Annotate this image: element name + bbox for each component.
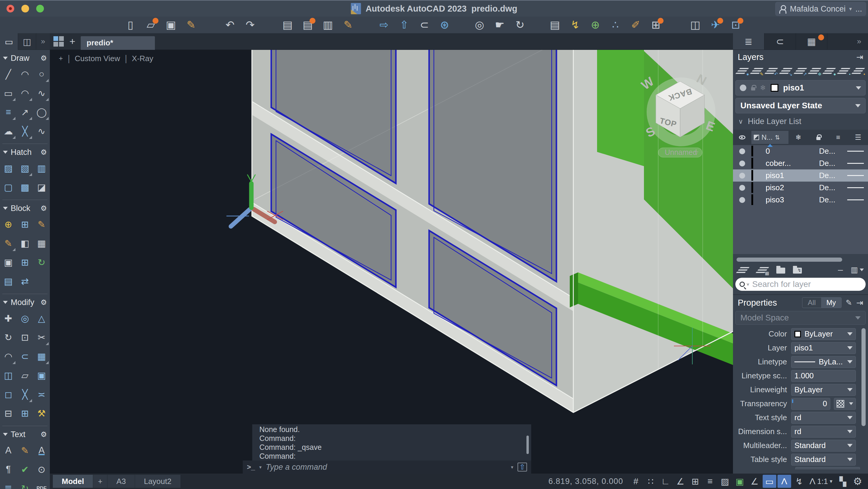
section-header-draw[interactable]: Draw ⚙ [0, 52, 50, 64]
tool-explode[interactable]: ◫ [0, 366, 17, 385]
freeze-column-header[interactable]: ❄ [788, 133, 808, 142]
prompt-caret-icon[interactable]: ▾ [259, 464, 261, 470]
layer-unisolate-button[interactable]: ↗ [795, 66, 807, 75]
linetype-scale-input[interactable]: 1.000 [791, 370, 856, 382]
dimension-style-dropdown[interactable]: rd [791, 426, 856, 438]
history-scrollbar[interactable] [526, 436, 529, 454]
ortho-mode-toggle[interactable]: ∟ [659, 475, 673, 488]
tool-offset[interactable]: ⊂ [17, 347, 33, 366]
workspace-switching-button[interactable]: ▚ [836, 475, 849, 488]
property-filter-icon[interactable]: ↯ [793, 268, 802, 274]
object-snap-toggle[interactable]: ⊞ [688, 475, 702, 488]
save-as-button[interactable]: ✎ [183, 18, 199, 32]
view-sequence-button[interactable]: ∴ [607, 18, 624, 32]
a3-layout-tab[interactable]: A3 [107, 475, 135, 488]
properties-tab-my[interactable]: My [821, 298, 841, 308]
tool-new-block[interactable]: ⊞ [17, 253, 33, 272]
customization-button[interactable]: ⚙ [851, 475, 864, 488]
tool-edit-block[interactable]: ✎ [33, 215, 50, 234]
gear-icon[interactable]: ⚙ [40, 54, 47, 62]
page-setup-button[interactable]: ▥ [319, 18, 336, 32]
tool-extend[interactable]: ╳ [17, 385, 33, 404]
quick-select-button[interactable]: ↯ [567, 18, 583, 32]
tool-define-attribute[interactable]: ◧ [17, 234, 33, 253]
tool-text-style[interactable]: ¶ [0, 460, 17, 479]
visual-style-control[interactable]: X-Ray [132, 54, 153, 63]
multileader-style-dropdown[interactable]: Standard [791, 440, 856, 452]
tool-write-block[interactable]: ▣ [0, 253, 17, 272]
redo-button[interactable]: ↷ [242, 18, 258, 32]
transparency-toggle[interactable]: ▨ [718, 475, 732, 488]
name-column-header[interactable]: N... ⇅ [751, 131, 788, 144]
undo-button[interactable]: ↶ [222, 18, 238, 32]
tool-single-text[interactable]: A [0, 441, 17, 460]
tool-hatch-solid[interactable]: ▩ [17, 178, 33, 197]
export-button[interactable]: ⇧ [396, 18, 412, 32]
tool-select[interactable]: ⊡ [17, 328, 33, 347]
recent-commands-caret-icon[interactable]: ▾ [511, 464, 514, 470]
palette-overflow-button[interactable]: » [36, 33, 50, 50]
tool-edit-attribute[interactable]: ✎ [0, 234, 17, 253]
panel-overflow-button[interactable]: » [850, 33, 868, 50]
graphics-performance-button[interactable]: ⊡ [727, 18, 744, 32]
tool-clean[interactable]: ⚒ [33, 404, 50, 423]
tool-sets-button[interactable]: ▤ [547, 18, 563, 32]
tool-boundary[interactable]: ▢ [0, 178, 17, 197]
viewport-menu-button[interactable]: + [59, 54, 63, 63]
command-send-icon[interactable]: ⇧ [518, 463, 527, 471]
tool-freehand[interactable]: ∿ [33, 122, 50, 141]
document-tab-predio[interactable]: predio* [81, 36, 155, 50]
tool-move[interactable]: ✚ [0, 309, 17, 328]
tool-match-properties[interactable]: ⊞ [17, 404, 33, 423]
save-button[interactable]: ▣ [163, 18, 179, 32]
modeling-tab[interactable]: ◫ [18, 33, 36, 50]
selection-cycling-toggle[interactable]: ▣ [733, 475, 747, 488]
tool-insert-block[interactable]: ⊕ [0, 215, 17, 234]
tool-join[interactable]: ≍ [33, 385, 50, 404]
tool-pdf-text[interactable]: PDF [33, 479, 50, 489]
layer-row-0[interactable]: 0 De... [733, 145, 868, 157]
orbit-tool[interactable]: ↻ [512, 18, 528, 32]
open-button[interactable]: ▱ [143, 18, 159, 32]
annotation-visibility-toggle[interactable]: Λ [777, 475, 791, 488]
color-dropdown[interactable]: ByLayer [791, 328, 856, 340]
layout2-tab[interactable]: Layout2 [135, 475, 181, 488]
tool-tolerance[interactable]: ◪ [33, 178, 50, 197]
text-style-dropdown[interactable]: rd [791, 412, 856, 424]
section-header-hatch[interactable]: Hatch ⚙ [0, 146, 50, 158]
group-filter-icon[interactable] [776, 268, 785, 274]
layer-row-piso3[interactable]: piso3 De... [733, 194, 868, 206]
tool-text-underline[interactable]: A [33, 441, 50, 460]
annotation-scale-dropdown[interactable]: Λ 1:1 ▾ [807, 476, 835, 486]
layer-row-piso1[interactable]: piso1 De... [733, 170, 868, 182]
tool-point[interactable]: ╳ [17, 122, 33, 141]
pan-tool[interactable]: ☛ [491, 18, 508, 32]
customize-properties-icon[interactable]: ✎ [846, 298, 852, 307]
new-layout-tab[interactable]: + [93, 475, 107, 488]
properties-scrollbar[interactable] [862, 328, 866, 426]
publish-button[interactable]: ▤ [300, 18, 316, 32]
annotation-monitor-toggle[interactable]: ≡ [703, 475, 717, 488]
web-save-button[interactable]: ⊛ [436, 18, 453, 32]
tool-ellipse[interactable]: ◯ [33, 103, 50, 122]
layer-search-box[interactable]: ˅ Search for layer [735, 278, 866, 291]
tool-break[interactable]: ◻ [0, 385, 17, 404]
lineweight-dropdown[interactable]: ByLayer [791, 384, 856, 396]
dynamic-ucs-toggle[interactable]: ∠ [748, 475, 762, 488]
zoom-window-button[interactable] [36, 5, 44, 12]
user-account-menu[interactable]: Mafalda Concei ▾ ... [775, 2, 866, 16]
properties-tab-all[interactable]: All [802, 298, 821, 308]
section-header-text[interactable]: Text ⚙ [0, 428, 50, 440]
tool-fillet[interactable]: ◠ [0, 347, 17, 366]
tool-measure[interactable]: ↗ [17, 103, 33, 122]
layer-row-piso2[interactable]: piso2 De... [733, 182, 868, 194]
tool-replace-block[interactable]: ⇄ [17, 272, 33, 291]
zoom-window-tool[interactable]: ◎ [471, 18, 488, 32]
tool-align[interactable]: ⊟ [0, 404, 17, 423]
layer-state-dropdown[interactable]: Unsaved Layer State [735, 98, 866, 113]
plot-button[interactable]: ▤ [279, 18, 296, 32]
tool-text-edit[interactable]: ✎ [17, 441, 33, 460]
command-input[interactable]: Type a command [266, 463, 506, 472]
layer-previous-button[interactable]: ↶ [766, 66, 777, 75]
lock-column-header[interactable] [808, 135, 828, 140]
